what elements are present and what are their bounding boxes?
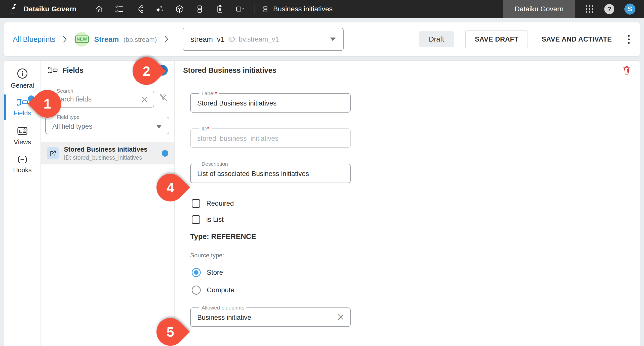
breadcrumb-blueprint: Stream (bp.stream) bbox=[94, 35, 157, 44]
brand-title: Dataiku Govern bbox=[24, 5, 76, 13]
home-icon[interactable] bbox=[89, 0, 109, 18]
stacked-cards-icon bbox=[262, 5, 269, 13]
checklist-icon[interactable] bbox=[109, 0, 129, 18]
breadcrumb-blueprint-link[interactable]: Stream bbox=[94, 35, 119, 43]
save-and-activate-button[interactable]: SAVE AND ACTIVATE bbox=[539, 31, 614, 48]
reference-field-icon bbox=[47, 147, 59, 159]
source-type-label: Source type: bbox=[190, 252, 631, 259]
sidebar-item-views[interactable]: Views bbox=[4, 122, 41, 150]
context-blueprint[interactable]: Business initiatives bbox=[262, 5, 333, 13]
source-type-store-radio[interactable]: Store bbox=[192, 268, 631, 277]
checkbox-icon[interactable] bbox=[192, 215, 200, 224]
sidebar-item-label: Hooks bbox=[13, 166, 32, 174]
field-type-select[interactable]: Field type All field types bbox=[45, 114, 169, 134]
field-detail-title: Stored Business initiatives bbox=[183, 66, 276, 75]
sidebar-item-label: Views bbox=[14, 138, 31, 146]
info-icon bbox=[17, 68, 28, 79]
field-list-item-text: Stored Business initiatives ID: stored_b… bbox=[64, 146, 147, 161]
remove-blueprint-icon[interactable] bbox=[337, 314, 344, 321]
version-name: stream_v1 bbox=[191, 35, 225, 44]
new-badge-label: NEW bbox=[75, 36, 89, 43]
field-icon bbox=[16, 97, 29, 107]
app-tab-dataiku-govern[interactable]: Dataiku Govern bbox=[503, 0, 575, 18]
network-icon[interactable] bbox=[129, 0, 149, 18]
description-field-label: Description bbox=[199, 161, 230, 167]
label-field[interactable]: Label* Stored Business initiatives bbox=[190, 90, 351, 113]
sidebar-item-general[interactable]: General bbox=[4, 64, 41, 93]
save-draft-button[interactable]: SAVE DRAFT bbox=[465, 30, 528, 48]
version-select[interactable]: stream_v1 ID: bv.stream_v1 bbox=[183, 28, 344, 51]
search-field: Search bbox=[45, 88, 154, 108]
required-asterisk: * bbox=[207, 126, 209, 131]
fields-search-row: Search bbox=[45, 88, 169, 108]
modified-dot bbox=[162, 150, 168, 157]
radio-icon[interactable] bbox=[192, 268, 201, 277]
header-actions: Draft SAVE DRAFT SAVE AND ACTIVATE bbox=[419, 30, 632, 48]
field-detail-panel: Stored Business initiatives Label* Store… bbox=[175, 61, 640, 346]
version-id: ID: bv.stream_v1 bbox=[228, 36, 279, 43]
sidebar-item-label: General bbox=[11, 82, 34, 89]
required-checkbox-label: Required bbox=[206, 200, 234, 207]
dataiku-logo bbox=[7, 2, 20, 16]
chevron-down-icon bbox=[156, 125, 162, 128]
context-label: Business initiatives bbox=[273, 5, 333, 13]
blueprint-header-bar: All Blueprints NEW Stream (bp.stream) st… bbox=[4, 22, 640, 56]
id-field: ID* stored_business_initiatives bbox=[190, 126, 351, 148]
id-field-label: ID* bbox=[199, 126, 212, 132]
clear-search-icon[interactable] bbox=[141, 96, 148, 103]
apps-grid-icon[interactable] bbox=[585, 4, 594, 14]
id-field-value: stored_business_initiatives bbox=[197, 132, 344, 149]
clipboard-icon[interactable] bbox=[210, 0, 230, 18]
description-field-value: List of associated Business initiatives bbox=[197, 167, 344, 184]
chevron-down-icon bbox=[330, 38, 336, 41]
field-detail-header: Stored Business initiatives bbox=[175, 61, 640, 80]
required-asterisk: * bbox=[215, 90, 217, 96]
field-list-item[interactable]: Stored Business initiatives ID: stored_b… bbox=[41, 142, 174, 164]
filter-off-icon[interactable] bbox=[158, 92, 169, 103]
views-card-icon bbox=[17, 126, 28, 136]
allowed-blueprints-field[interactable]: Allowed blueprints Business initiative bbox=[190, 305, 351, 327]
label-field-label: Label* bbox=[199, 90, 219, 96]
sidebar-item-hooks[interactable]: Hooks bbox=[4, 150, 41, 179]
sidebar-item-label: Fields bbox=[14, 109, 31, 117]
new-blueprint-badge-icon: NEW bbox=[74, 32, 89, 47]
user-avatar[interactable]: S bbox=[624, 4, 635, 15]
field-icon bbox=[47, 66, 58, 74]
allowed-blueprints-label: Allowed blueprints bbox=[199, 305, 247, 311]
checkbox-icon[interactable] bbox=[192, 199, 200, 208]
label-field-value: Stored Business initiatives bbox=[197, 96, 344, 113]
more-actions-icon[interactable] bbox=[625, 33, 632, 45]
stacked-cards-icon[interactable] bbox=[190, 0, 210, 18]
radio-icon[interactable] bbox=[192, 286, 201, 295]
field-type-label: Field type bbox=[54, 114, 82, 120]
allowed-blueprints-value: Business initiative bbox=[197, 311, 335, 328]
blueprint-editor: General Fields Views bbox=[4, 60, 640, 346]
field-type-value: All field types bbox=[52, 120, 156, 136]
chevron-right-icon bbox=[62, 36, 67, 43]
sparkles-icon[interactable] bbox=[149, 0, 170, 18]
navbar-divider bbox=[255, 4, 255, 14]
delete-field-icon[interactable] bbox=[622, 65, 631, 75]
fields-panel-title: Fields bbox=[62, 66, 84, 75]
compute-radio-label: Compute bbox=[207, 286, 234, 294]
search-field-label: Search bbox=[54, 88, 76, 94]
is-list-checkbox-label: is List bbox=[206, 216, 224, 224]
top-navbar: Dataiku Govern bbox=[0, 0, 644, 18]
app-window: Dataiku Govern bbox=[0, 0, 644, 346]
breadcrumb-all-blueprints[interactable]: All Blueprints bbox=[13, 35, 55, 44]
source-type-compute-radio[interactable]: Compute bbox=[192, 286, 631, 295]
is-list-checkbox[interactable]: is List bbox=[192, 215, 631, 224]
search-input[interactable] bbox=[52, 94, 139, 108]
required-checkbox[interactable]: Required bbox=[192, 199, 631, 208]
description-field[interactable]: Description List of associated Business … bbox=[190, 161, 351, 183]
help-icon[interactable]: ? bbox=[604, 4, 614, 14]
type-heading: Type: REFERENCE bbox=[190, 231, 631, 245]
window-chevron-icon[interactable] bbox=[230, 0, 250, 18]
store-radio-label: Store bbox=[207, 269, 223, 276]
status-badge: Draft bbox=[419, 31, 454, 47]
field-item-title: Stored Business initiatives bbox=[64, 146, 147, 153]
cube-icon[interactable] bbox=[170, 0, 190, 18]
field-item-id: ID: stored_business_initiatives bbox=[64, 154, 147, 161]
field-detail-body: Label* Stored Business initiatives ID* s… bbox=[175, 80, 640, 327]
hooks-icon bbox=[16, 155, 28, 164]
